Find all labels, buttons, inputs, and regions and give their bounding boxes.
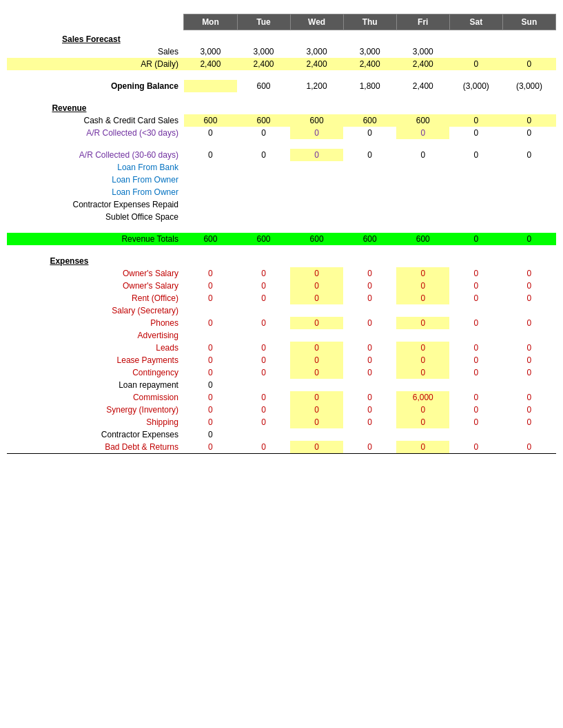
lease-sat[interactable]: 0 <box>449 354 502 366</box>
os2-wed[interactable]: 0 <box>290 280 343 292</box>
leads-sun[interactable]: 0 <box>502 342 555 354</box>
ar-30-mon[interactable]: 0 <box>184 127 237 139</box>
cont-tue[interactable]: 0 <box>237 366 290 379</box>
rev-total-tue[interactable]: 600 <box>237 233 290 245</box>
ar-30-fri[interactable]: 0 <box>396 127 449 139</box>
sales-wed[interactable]: 3,000 <box>290 45 343 58</box>
ship-tue[interactable]: 0 <box>237 416 290 428</box>
cash-credit-wed[interactable]: 600 <box>290 114 343 127</box>
os2-tue[interactable]: 0 <box>237 280 290 292</box>
lease-thu[interactable]: 0 <box>343 354 396 366</box>
bd-sat[interactable]: 0 <box>449 441 502 454</box>
rent-sat[interactable]: 0 <box>449 292 502 304</box>
os2-sun[interactable]: 0 <box>502 280 555 292</box>
cash-credit-tue[interactable]: 600 <box>237 114 290 127</box>
os1-fri[interactable]: 0 <box>396 267 449 280</box>
comm-wed[interactable]: 0 <box>290 391 343 404</box>
rent-wed[interactable]: 0 <box>290 292 343 304</box>
opening-balance-sat[interactable]: (3,000) <box>449 80 502 92</box>
rent-tue[interactable]: 0 <box>237 292 290 304</box>
lease-fri[interactable]: 0 <box>396 354 449 366</box>
sales-fri[interactable]: 3,000 <box>396 45 449 58</box>
comm-thu[interactable]: 0 <box>343 391 396 404</box>
ship-sun[interactable]: 0 <box>502 416 555 428</box>
phones-fri[interactable]: 0 <box>396 317 449 329</box>
ar-60-sun[interactable]: 0 <box>502 149 555 161</box>
rent-fri[interactable]: 0 <box>396 292 449 304</box>
cont-sun[interactable]: 0 <box>502 366 555 379</box>
cont-thu[interactable]: 0 <box>343 366 396 379</box>
ar-daily-mon[interactable]: 2,400 <box>184 58 237 70</box>
cash-credit-sat[interactable]: 0 <box>449 114 502 127</box>
syn-thu[interactable]: 0 <box>343 404 396 416</box>
syn-wed[interactable]: 0 <box>290 404 343 416</box>
lease-wed[interactable]: 0 <box>290 354 343 366</box>
contr-mon[interactable]: 0 <box>184 428 237 441</box>
ar-daily-fri[interactable]: 2,400 <box>396 58 449 70</box>
bd-wed[interactable]: 0 <box>290 441 343 454</box>
os1-tue[interactable]: 0 <box>237 267 290 280</box>
ar-60-mon[interactable]: 0 <box>184 149 237 161</box>
comm-sun[interactable]: 0 <box>502 391 555 404</box>
rev-total-sun[interactable]: 0 <box>502 233 555 245</box>
ar-60-tue[interactable]: 0 <box>237 149 290 161</box>
lease-sun[interactable]: 0 <box>502 354 555 366</box>
rev-total-fri[interactable]: 600 <box>396 233 449 245</box>
sales-mon[interactable]: 3,000 <box>184 45 237 58</box>
ar-60-sat[interactable]: 0 <box>449 149 502 161</box>
rent-mon[interactable]: 0 <box>184 292 237 304</box>
os1-wed[interactable]: 0 <box>290 267 343 280</box>
leads-tue[interactable]: 0 <box>237 342 290 354</box>
bd-sun[interactable]: 0 <box>502 441 555 454</box>
rev-total-mon[interactable]: 600 <box>184 233 237 245</box>
leads-sat[interactable]: 0 <box>449 342 502 354</box>
opening-balance-tue[interactable]: 600 <box>237 80 290 92</box>
bd-mon[interactable]: 0 <box>184 441 237 454</box>
bd-fri[interactable]: 0 <box>396 441 449 454</box>
phones-thu[interactable]: 0 <box>343 317 396 329</box>
ar-daily-wed[interactable]: 2,400 <box>290 58 343 70</box>
ar-30-sun[interactable]: 0 <box>502 127 555 139</box>
syn-fri[interactable]: 0 <box>396 404 449 416</box>
ship-wed[interactable]: 0 <box>290 416 343 428</box>
sales-thu[interactable]: 3,000 <box>343 45 396 58</box>
ar-daily-sun[interactable]: 0 <box>502 58 555 70</box>
leads-fri[interactable]: 0 <box>396 342 449 354</box>
bd-tue[interactable]: 0 <box>237 441 290 454</box>
phones-sun[interactable]: 0 <box>502 317 555 329</box>
opening-balance-sun[interactable]: (3,000) <box>502 80 555 92</box>
os2-fri[interactable]: 0 <box>396 280 449 292</box>
ar-30-sat[interactable]: 0 <box>449 127 502 139</box>
ar-30-thu[interactable]: 0 <box>343 127 396 139</box>
cash-credit-mon[interactable]: 600 <box>184 114 237 127</box>
phones-sat[interactable]: 0 <box>449 317 502 329</box>
opening-balance-mon[interactable] <box>184 80 237 92</box>
rev-total-sat[interactable]: 0 <box>449 233 502 245</box>
sales-sun[interactable] <box>502 45 555 58</box>
leads-wed[interactable]: 0 <box>290 342 343 354</box>
os2-thu[interactable]: 0 <box>343 280 396 292</box>
bd-thu[interactable]: 0 <box>343 441 396 454</box>
os1-thu[interactable]: 0 <box>343 267 396 280</box>
loan-repay-mon[interactable]: 0 <box>184 379 237 391</box>
sales-sat[interactable] <box>449 45 502 58</box>
syn-sat[interactable]: 0 <box>449 404 502 416</box>
opening-balance-fri[interactable]: 2,400 <box>396 80 449 92</box>
ar-60-thu[interactable]: 0 <box>343 149 396 161</box>
comm-mon[interactable]: 0 <box>184 391 237 404</box>
cash-credit-thu[interactable]: 600 <box>343 114 396 127</box>
phones-wed[interactable]: 0 <box>290 317 343 329</box>
ar-daily-tue[interactable]: 2,400 <box>237 58 290 70</box>
comm-fri[interactable]: 6,000 <box>396 391 449 404</box>
ar-daily-sat[interactable]: 0 <box>449 58 502 70</box>
ship-thu[interactable]: 0 <box>343 416 396 428</box>
phones-mon[interactable]: 0 <box>184 317 237 329</box>
syn-sun[interactable]: 0 <box>502 404 555 416</box>
cash-credit-sun[interactable]: 0 <box>502 114 555 127</box>
lease-mon[interactable]: 0 <box>184 354 237 366</box>
ship-sat[interactable]: 0 <box>449 416 502 428</box>
comm-tue[interactable]: 0 <box>237 391 290 404</box>
os1-mon[interactable]: 0 <box>184 267 237 280</box>
ship-mon[interactable]: 0 <box>184 416 237 428</box>
opening-balance-wed[interactable]: 1,200 <box>290 80 343 92</box>
